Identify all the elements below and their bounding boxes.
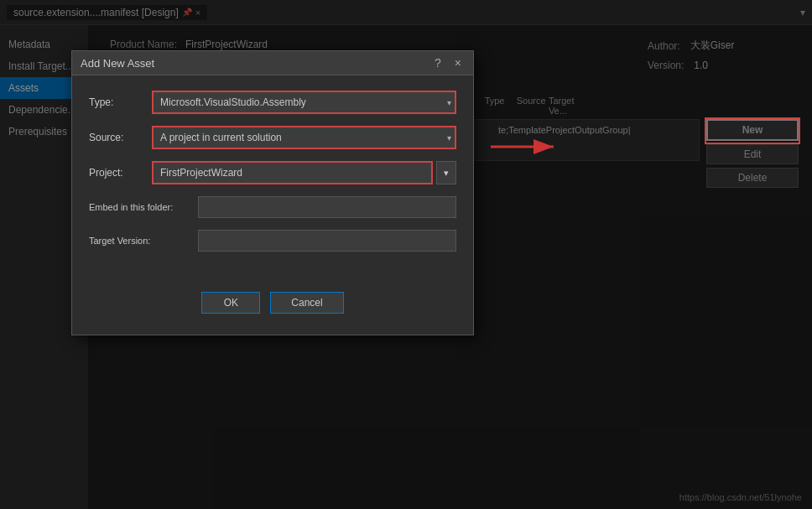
red-arrow-annotation bbox=[487, 130, 562, 164]
modal-title-text: Add New Asset bbox=[81, 57, 154, 70]
modal-target-version-label: Target Version: bbox=[89, 236, 198, 246]
modal-overlay: Add New Asset ? × Type: Microsoft.Visual… bbox=[0, 0, 812, 509]
modal-controls: ? × bbox=[431, 56, 465, 70]
modal-help-btn[interactable]: ? bbox=[431, 56, 445, 70]
modal-cancel-btn[interactable]: Cancel bbox=[270, 292, 343, 314]
modal-source-label: Source: bbox=[89, 132, 152, 143]
add-new-asset-modal: Add New Asset ? × Type: Microsoft.Visual… bbox=[71, 50, 474, 335]
modal-target-version-row: Target Version: bbox=[89, 230, 456, 252]
modal-embed-row: Embed in this folder: bbox=[89, 196, 456, 218]
modal-type-label: Type: bbox=[89, 96, 152, 108]
modal-source-select[interactable]: A project in current solutionFile on fil… bbox=[152, 126, 456, 149]
modal-embed-field-wrap bbox=[198, 196, 456, 218]
modal-embed-label: Embed in this folder: bbox=[89, 202, 198, 212]
modal-type-select[interactable]: Microsoft.VisualStudio.AssemblyMicrosoft… bbox=[152, 91, 456, 114]
modal-body: Type: Microsoft.VisualStudio.AssemblyMic… bbox=[72, 75, 473, 278]
modal-source-row: Source: A project in current solutionFil… bbox=[89, 126, 456, 149]
modal-project-label: Project: bbox=[89, 167, 152, 179]
modal-target-version-input[interactable] bbox=[198, 230, 456, 252]
modal-project-field-wrap: ▾ bbox=[152, 161, 456, 184]
modal-project-row: Project: ▾ bbox=[89, 161, 456, 184]
modal-footer: OK Cancel bbox=[72, 278, 473, 330]
modal-project-input[interactable] bbox=[152, 161, 433, 184]
modal-embed-input[interactable] bbox=[198, 196, 456, 218]
modal-project-browse-btn[interactable]: ▾ bbox=[436, 161, 456, 184]
modal-target-version-field-wrap bbox=[198, 230, 456, 252]
modal-type-row: Type: Microsoft.VisualStudio.AssemblyMic… bbox=[89, 91, 456, 114]
modal-title-bar: Add New Asset ? × bbox=[72, 51, 473, 75]
modal-type-field-wrap: Microsoft.VisualStudio.AssemblyMicrosoft… bbox=[152, 91, 456, 114]
modal-ok-btn[interactable]: OK bbox=[201, 292, 260, 314]
modal-close-btn[interactable]: × bbox=[451, 56, 465, 70]
modal-source-field-wrap: A project in current solutionFile on fil… bbox=[152, 126, 456, 149]
